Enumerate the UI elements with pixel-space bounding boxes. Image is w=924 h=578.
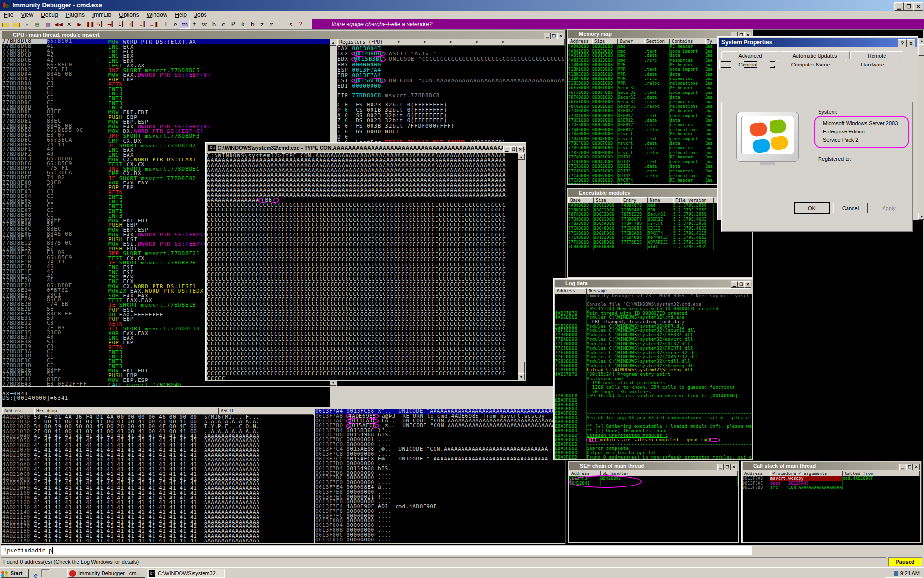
stack-row[interactable]: 0013F7D8 00000000 .... [315, 471, 565, 476]
dump-row[interactable]: 4AD21160 41 41 41 41 41 41 41 41 41 41 4… [2, 520, 314, 525]
toolbar-letter-m[interactable]: m [180, 20, 190, 29]
disasm-row[interactable]: 77BD8DD8C3RETN [2, 81, 330, 86]
stack-row[interactable]: 0013F7F8 00000000 .... [315, 509, 565, 514]
scroll-thumb[interactable] [918, 44, 924, 56]
dump-row[interactable]: 4AD21020 54 00 59 00 50 00 45 00 20 00 4… [2, 424, 314, 429]
taskbar-task-2[interactable]: C:\C:\WINDOWS\system32... [147, 569, 225, 578]
stack-row[interactable]: 0013F7C4 0015AE08 ¸®.. UNICODE "CON.AAAA… [315, 447, 565, 452]
cpu-close-icon[interactable]: ✕ [557, 33, 564, 39]
disasm-row[interactable]: 77BD8DCE42INC EDX [2, 58, 330, 63]
toolbar-letter-l[interactable]: l [161, 20, 170, 29]
seh-chain-title[interactable]: SEH chain of main thread ▁❐✕ [569, 462, 738, 470]
disasm-row[interactable]: 77BD8DD75DPOP EBP [2, 77, 330, 81]
disasm-row[interactable]: 77BD8DE666:8B55 0CMOV DX,WORD PTR SS:[EB… [2, 128, 330, 133]
toolbar-letter-b[interactable]: b [247, 20, 257, 29]
column-header-size[interactable]: Size [592, 39, 618, 44]
column-header-called-from[interactable]: Called from [843, 471, 920, 476]
log-row[interactable]: 0BADF00DSearch complete [555, 447, 752, 451]
attach-icon[interactable]: » [22, 20, 32, 29]
ok-button[interactable]: OK [795, 203, 829, 213]
ie-icon[interactable]: e [32, 572, 39, 578]
log-row[interactable] [555, 298, 752, 302]
log-header-message[interactable]: Message [587, 288, 750, 294]
rewind-icon[interactable]: ◀◀ [53, 20, 64, 29]
toolbar-letter-e[interactable]: e [170, 20, 180, 29]
log-row[interactable]: 70 loops, 36 switches [555, 390, 752, 394]
log-minimize-icon[interactable]: ▁ [731, 281, 738, 288]
toolbar-letter-w[interactable]: w [199, 20, 209, 29]
log-restore-icon[interactable]: ❐ [738, 281, 744, 288]
log-row[interactable]: 77F50000Modules C:\WINDOWS\system32\ADVA… [555, 355, 752, 359]
seh-minimize-icon[interactable]: ▁ [717, 464, 724, 470]
module-row[interactable]: 77F500000009B00077F76E23ADVAPI325.2.3790… [568, 240, 752, 245]
log-header-address[interactable]: Address [555, 288, 587, 294]
disasm-row[interactable]: 77BD8DCD42INC EDX [2, 53, 330, 58]
disasm-row[interactable]: 77BD8DDDCCINT3 [2, 105, 330, 110]
disasm-row[interactable]: 77BD8DDCCCINT3 [2, 100, 330, 105]
log-row[interactable]: 71AF0000Unload C:\WINDOWS\system32\ShimE… [555, 368, 752, 372]
dump-row[interactable]: 4AD21190 41 41 41 41 41 41 41 41 41 41 4… [2, 534, 314, 539]
close-icon[interactable]: ✕ [913, 2, 923, 11]
dump-row[interactable]: 4AD21050 41 41 41 41 41 41 41 41 41 41 4… [2, 438, 314, 443]
menu-item-immlib[interactable]: ImmLib [89, 11, 115, 19]
column-header-owner[interactable]: Owner [618, 39, 644, 44]
tray-icon[interactable] [894, 571, 898, 576]
register-row-edx[interactable]: EDX 0015B3BC UNICODE "CCCCCCCCCCCCCCCCCC… [337, 56, 565, 62]
log-row[interactable]: 77BA0000Modules C:\WINDOWS\system32\msvc… [555, 337, 752, 342]
stack-row[interactable]: 0013F80C 00000000 .... [315, 533, 565, 538]
toolbar-letter-?[interactable]: ? [295, 20, 305, 29]
dialog-close-icon[interactable]: ✕ [907, 39, 915, 47]
dump-row[interactable]: 4AD21070 41 41 41 41 41 41 41 41 41 41 4… [2, 448, 314, 453]
disasm-row[interactable]: 77BD8E43E8 0522FFFFCALL msvcrt.77BCB04D [2, 382, 330, 386]
scroll-thumb[interactable] [518, 362, 525, 373]
step-into-icon[interactable]: ↳▎ [96, 20, 106, 29]
column-header-entry[interactable]: Entry [621, 197, 648, 203]
log-row[interactable]: 71BD0000Modules C:\WINDOWS\system32\MPR.… [555, 324, 752, 328]
disasm-row[interactable]: 77BD8DCF66:85C0TEST AX,AX [2, 63, 330, 67]
log-row[interactable]: 0BADF00D--------------------------------… [555, 411, 752, 416]
menu-item-plugins[interactable]: Plugins [62, 11, 89, 19]
log-row[interactable]: 76F50000Modules C:\WINDOWS\system32\Secu… [555, 328, 752, 333]
dump-row[interactable]: 4AD21110 41 41 41 41 41 41 41 41 41 41 4… [2, 496, 314, 500]
column-header-address[interactable]: Address [569, 471, 601, 476]
show-desktop-icon[interactable] [41, 569, 49, 577]
log-row[interactable]: 0BADF00D** [+] Gathering executable / lo… [555, 424, 752, 429]
tab-remote[interactable]: Remote [850, 51, 903, 59]
dump-row[interactable]: 4AD21080 41 41 41 41 41 41 41 41 41 41 4… [2, 453, 314, 458]
toolbar-letter-z[interactable]: z [257, 20, 267, 29]
log-row[interactable]: 0BADF00D [555, 420, 752, 424]
call-stack-row[interactable]: 0013F7ACdest = 0013FA4C [743, 481, 920, 486]
cmd-close-icon[interactable]: ✕ [517, 146, 524, 152]
menu-item-view[interactable]: View [17, 11, 37, 19]
cmd-window-title[interactable]: C:\ C:\WINDOWS\system32\cmd.exe - TYPE C… [207, 144, 525, 152]
tab-advanced[interactable]: Advanced [721, 51, 779, 59]
stack-row[interactable]: 0013F804 00000000 .... [315, 523, 565, 528]
stack-row[interactable]: 0013F7E4 000008E4 ä... [315, 485, 565, 490]
cpu-restore-icon[interactable]: ❐ [551, 33, 557, 39]
disasm-row[interactable]: 77BD8DE38B45 08MOV EAX,DWORD PTR SS:[EBP… [2, 124, 330, 129]
stack-row[interactable]: 0013F7D4 00154968 hIS. [315, 466, 565, 471]
module-row[interactable]: 77E400000010200077E646B6kernel325.2.3790… [568, 236, 752, 240]
callstack-minimize-icon[interactable]: ▁ [899, 464, 906, 470]
step-over-icon[interactable]: ⇁▎ [106, 20, 116, 29]
dump-row[interactable]: 4AD21150 41 41 41 41 41 41 41 41 41 41 4… [2, 515, 314, 520]
call-stack-row[interactable]: 0013F7B0src = "CON.AAAAAAAAAAAAAAAAAAAAA… [743, 486, 920, 490]
toolbar-letter-s[interactable]: s [286, 20, 295, 29]
stack-row[interactable]: 0013F7B0 0015AE08 ¸®.. UNICODE "CON.AAAA… [315, 423, 565, 428]
stack-row[interactable]: 0013F800 00000000 .... [315, 518, 565, 523]
dump-row[interactable]: 4AD21120 41 41 41 41 41 41 41 41 41 41 4… [2, 500, 314, 505]
column-header-address[interactable]: Address [568, 39, 592, 44]
stack-row[interactable]: 0013F7E0 00000000 .... [315, 480, 565, 485]
stack-row[interactable]: 0013F808 00000000 .... [315, 528, 565, 533]
log-row[interactable]: Console file 'C:\WINDOWS\system32\cmd.ex… [555, 302, 752, 307]
cmd-console-output[interactable]: C:\WINDOWS\system32>TYPE CON.AAAAAAAAAAA… [207, 153, 518, 380]
windows-icon[interactable]: ▤ [32, 20, 42, 29]
dump-row[interactable]: 4AD21130 41 41 41 41 41 41 41 41 41 41 4… [2, 505, 314, 510]
stack-row[interactable]: 0013F7C8 00000000 .... [315, 452, 565, 457]
stack-row[interactable]: 0013F7F0 00000000 .... [315, 499, 565, 504]
hex-dump-pane[interactable]: 4AD21000 53 F4 D1 4A 36 F4 D1 4A 00 00 0… [2, 415, 314, 543]
tab-automatic-updates[interactable]: Automatic Updates [780, 51, 850, 59]
column-header-address[interactable]: Address [743, 471, 770, 476]
cpu-window-title[interactable]: CPU - main thread, module msvcrt ▁❐✕ [2, 31, 565, 39]
module-row[interactable]: 77C500000009F00077C88AD5RPCRT45.2.3790.4… [568, 231, 752, 236]
